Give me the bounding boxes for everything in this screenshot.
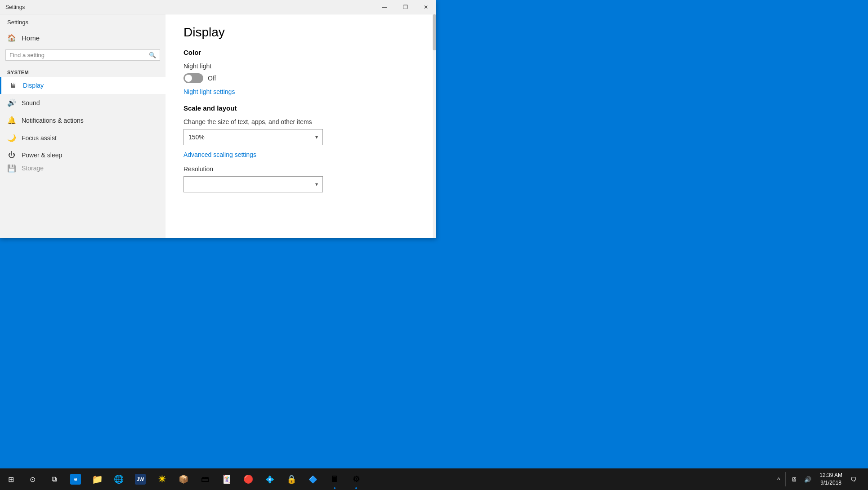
notification-icon: 🗨 <box>850 476 856 483</box>
taskbar-app-reader[interactable]: 🗃 <box>194 468 216 490</box>
title-bar: Settings — ❐ ✕ <box>0 0 436 14</box>
spider-icon: 🔴 <box>243 474 254 485</box>
taskbar-app-edge[interactable]: e <box>65 468 86 490</box>
search-icon: 🔍 <box>149 52 156 58</box>
security-icon: 🔒 <box>286 474 297 485</box>
sidebar-item-power-label: Power & sleep <box>22 151 62 159</box>
home-icon: 🏠 <box>7 34 16 42</box>
jw-icon: JW <box>135 474 146 485</box>
sidebar-home-button[interactable]: 🏠 Home <box>0 29 166 47</box>
sidebar-item-sound-label: Sound <box>22 99 40 107</box>
minimize-button[interactable]: — <box>374 0 395 14</box>
notification-area-chevron[interactable]: ^ <box>774 468 783 490</box>
task-view-button[interactable]: ⧉ <box>43 468 65 490</box>
search-box[interactable]: 🔍 <box>5 49 160 61</box>
taskbar-app-settings[interactable]: ⚙ <box>345 468 367 490</box>
night-light-toggle[interactable] <box>183 73 203 83</box>
sidebar-item-power[interactable]: ⏻ Power & sleep <box>0 147 166 164</box>
show-desktop-button[interactable] <box>861 468 864 490</box>
chrome-icon: 🌐 <box>113 474 124 485</box>
taskbar-app-network[interactable]: 🔷 <box>302 468 324 490</box>
resolution-dropdown[interactable]: ▾ <box>183 176 323 192</box>
display-icon: 🖥 <box>9 81 18 89</box>
taskbar-app-spider[interactable]: 🔴 <box>237 468 259 490</box>
cortana-button[interactable]: ⊙ <box>22 468 43 490</box>
taskbar-app-jw[interactable]: JW <box>130 468 151 490</box>
cards-icon: 🃏 <box>221 474 232 485</box>
search-input[interactable] <box>9 52 146 58</box>
taskbar-app-calculator[interactable]: 🖩 <box>324 468 345 490</box>
explorer-icon: 📁 <box>92 474 103 485</box>
sidebar-item-storage-label: Storage <box>22 165 44 172</box>
resolution-label: Resolution <box>183 165 418 173</box>
notifications-icon: 🔔 <box>7 116 16 125</box>
reader-icon: 🗃 <box>200 474 210 485</box>
sidebar-item-focus-label: Focus assist <box>22 134 57 142</box>
night-light-settings-link[interactable]: Night light settings <box>183 88 235 95</box>
scrollbar[interactable] <box>433 14 436 238</box>
sidebar-item-notifications[interactable]: 🔔 Notifications & actions <box>0 111 166 129</box>
night-light-toggle-row: Off <box>183 73 418 83</box>
sidebar-item-sound[interactable]: 🔊 Sound <box>0 94 166 111</box>
sidebar-item-storage[interactable]: 💾 Storage <box>0 164 166 173</box>
scrollbar-thumb[interactable] <box>433 14 436 50</box>
title-bar-controls: — ❐ ✕ <box>374 0 436 14</box>
taskbar-right: ^ 🖥 🔊 12:39 AM 9/1/2018 🗨 <box>774 468 868 490</box>
gem-icon: 💠 <box>264 474 275 485</box>
sidebar-item-notifications-label: Notifications & actions <box>22 117 84 124</box>
maximize-button[interactable]: ❐ <box>395 0 416 14</box>
taskbar-app-gem[interactable]: 💠 <box>259 468 281 490</box>
sound-icon: 🔊 <box>7 98 16 107</box>
taskbar-app-explorer[interactable]: 📁 <box>86 468 108 490</box>
close-button[interactable]: ✕ <box>416 0 436 14</box>
sidebar-item-display[interactable]: 🖥 Display <box>0 77 166 94</box>
archive-icon: 📦 <box>178 474 189 485</box>
settings-window: Settings — ❐ ✕ Settings 🏠 Home 🔍 System … <box>0 0 436 238</box>
resolution-dropdown-arrow-icon: ▾ <box>315 181 318 187</box>
size-label: Change the size of text, apps, and other… <box>183 118 418 125</box>
color-section: Color Night light Off Night light settin… <box>183 49 418 102</box>
start-button[interactable]: ⊞ <box>0 468 22 490</box>
volume-icon: 🔊 <box>804 476 811 483</box>
advanced-scaling-link[interactable]: Advanced scaling settings <box>183 151 256 158</box>
scale-dropdown-wrapper: 150% ▾ <box>183 129 418 145</box>
sidebar-item-focus[interactable]: 🌙 Focus assist <box>0 129 166 147</box>
network-icon: 🖥 <box>791 476 797 483</box>
color-heading: Color <box>183 49 418 56</box>
sound-tray-icon[interactable]: 🔊 <box>801 468 814 490</box>
cortana-icon: ⊙ <box>30 475 36 484</box>
chevron-icon: ^ <box>777 476 780 483</box>
system-section-label: System <box>0 66 166 77</box>
taskbar-app-chrome[interactable]: 🌐 <box>108 468 130 490</box>
storage-icon: 💾 <box>7 164 16 173</box>
taskbar-app-security[interactable]: 🔒 <box>281 468 302 490</box>
taskbar-app-cards[interactable]: 🃏 <box>216 468 237 490</box>
power-icon: ⏻ <box>7 151 16 159</box>
taskbar: ⊞ ⊙ ⧉ e 📁 🌐 JW ☀ 📦 <box>0 468 868 490</box>
scale-dropdown[interactable]: 150% ▾ <box>183 129 323 145</box>
network-tray-icon[interactable]: 🖥 <box>788 468 800 490</box>
start-icon: ⊞ <box>8 475 14 484</box>
sidebar-item-display-label: Display <box>23 82 44 89</box>
night-light-toggle-label: Off <box>208 75 216 82</box>
notification-button[interactable]: 🗨 <box>848 468 859 490</box>
taskbar-left: ⊞ ⊙ ⧉ e 📁 🌐 JW ☀ 📦 <box>0 468 367 490</box>
system-clock[interactable]: 12:39 AM 9/1/2018 <box>816 468 846 490</box>
taskbar-app-brightness[interactable]: ☀ <box>151 468 173 490</box>
clock-date: 9/1/2018 <box>820 479 841 487</box>
focus-icon: 🌙 <box>7 134 16 142</box>
window-body: Settings 🏠 Home 🔍 System 🖥 Display 🔊 Sou… <box>0 14 436 238</box>
tray-separator <box>785 472 786 486</box>
network-app-icon: 🔷 <box>308 474 318 485</box>
edge-icon: e <box>70 474 81 485</box>
scale-layout-heading: Scale and layout <box>183 104 418 112</box>
sidebar: Settings 🏠 Home 🔍 System 🖥 Display 🔊 Sou… <box>0 14 166 238</box>
calculator-icon: 🖩 <box>329 474 340 485</box>
dropdown-arrow-icon: ▾ <box>315 134 318 140</box>
scale-value: 150% <box>188 134 205 141</box>
brightness-icon: ☀ <box>157 474 167 485</box>
taskbar-apps: e 📁 🌐 JW ☀ 📦 🗃 🃏 🔴 <box>65 468 367 490</box>
scale-layout-section: Scale and layout Change the size of text… <box>183 104 418 192</box>
home-label: Home <box>22 34 40 42</box>
taskbar-app-archive[interactable]: 📦 <box>173 468 194 490</box>
